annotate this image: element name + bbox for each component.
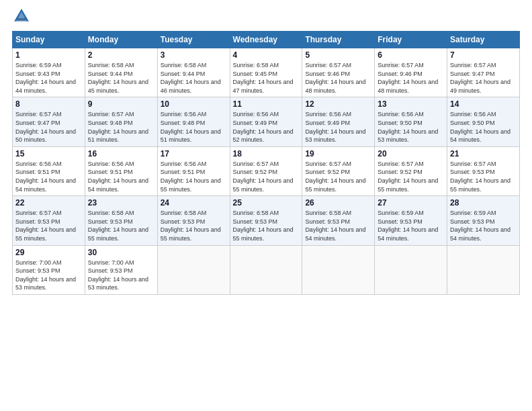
calendar-day-cell: 11 Sunrise: 6:56 AM Sunset: 9:49 PM Dayl…: [230, 97, 302, 146]
day-number: 6: [378, 50, 444, 60]
day-number: 18: [233, 149, 300, 158]
calendar-day-cell: 3 Sunrise: 6:58 AM Sunset: 9:44 PM Dayli…: [157, 48, 230, 97]
day-info: Sunrise: 6:58 AM Sunset: 9:53 PM Dayligh…: [161, 209, 227, 242]
calendar-day-cell: 22 Sunrise: 6:57 AM Sunset: 9:53 PM Dayl…: [13, 196, 85, 245]
calendar-day-cell: 23 Sunrise: 6:58 AM Sunset: 9:53 PM Dayl…: [85, 196, 157, 245]
day-number: 16: [88, 149, 154, 158]
day-number: 25: [233, 198, 300, 208]
day-number: 4: [233, 50, 300, 60]
day-info: Sunrise: 6:58 AM Sunset: 9:44 PM Dayligh…: [88, 61, 154, 95]
day-info: Sunrise: 6:57 AM Sunset: 9:53 PM Dayligh…: [15, 209, 82, 242]
day-info: Sunrise: 6:56 AM Sunset: 9:49 PM Dayligh…: [305, 110, 371, 144]
day-number: 1: [15, 50, 82, 60]
weekday-header-tuesday: Tuesday: [157, 32, 230, 48]
calendar-day-cell: 21 Sunrise: 6:57 AM Sunset: 9:53 PM Dayl…: [447, 146, 520, 195]
calendar-empty-cell: [375, 245, 447, 294]
page: SundayMondayTuesdayWednesdayThursdayFrid…: [0, 0, 532, 411]
calendar-day-cell: 19 Sunrise: 6:57 AM Sunset: 9:52 PM Dayl…: [302, 146, 375, 195]
calendar-day-cell: 27 Sunrise: 6:59 AM Sunset: 9:53 PM Dayl…: [375, 196, 447, 245]
calendar-day-cell: 18 Sunrise: 6:57 AM Sunset: 9:52 PM Dayl…: [230, 146, 302, 195]
calendar-day-cell: 12 Sunrise: 6:56 AM Sunset: 9:49 PM Dayl…: [302, 97, 375, 146]
day-info: Sunrise: 6:57 AM Sunset: 9:47 PM Dayligh…: [450, 61, 517, 95]
calendar-empty-cell: [157, 245, 230, 294]
day-number: 30: [88, 248, 154, 257]
weekday-header-monday: Monday: [85, 32, 157, 48]
calendar-day-cell: 20 Sunrise: 6:57 AM Sunset: 9:52 PM Dayl…: [375, 146, 447, 195]
calendar-week-row: 1 Sunrise: 6:59 AM Sunset: 9:43 PM Dayli…: [13, 48, 520, 97]
day-info: Sunrise: 6:57 AM Sunset: 9:52 PM Dayligh…: [305, 160, 371, 193]
day-number: 27: [378, 198, 444, 208]
day-info: Sunrise: 6:56 AM Sunset: 9:49 PM Dayligh…: [233, 110, 300, 144]
day-info: Sunrise: 6:57 AM Sunset: 9:48 PM Dayligh…: [88, 110, 154, 144]
header: [12, 7, 520, 26]
day-info: Sunrise: 7:00 AM Sunset: 9:53 PM Dayligh…: [88, 259, 154, 292]
calendar-day-cell: 1 Sunrise: 6:59 AM Sunset: 9:43 PM Dayli…: [13, 48, 85, 97]
day-number: 19: [305, 149, 371, 158]
day-number: 9: [88, 99, 154, 109]
day-number: 8: [15, 99, 82, 109]
calendar-day-cell: 6 Sunrise: 6:57 AM Sunset: 9:46 PM Dayli…: [375, 48, 447, 97]
day-number: 5: [305, 50, 371, 60]
calendar-day-cell: 24 Sunrise: 6:58 AM Sunset: 9:53 PM Dayl…: [157, 196, 230, 245]
calendar-empty-cell: [302, 245, 375, 294]
day-number: 23: [88, 198, 154, 208]
calendar-day-cell: 15 Sunrise: 6:56 AM Sunset: 9:51 PM Dayl…: [13, 146, 85, 195]
logo: [12, 7, 34, 26]
weekday-header-wednesday: Wednesday: [230, 32, 302, 48]
day-info: Sunrise: 6:58 AM Sunset: 9:53 PM Dayligh…: [88, 209, 154, 242]
calendar-day-cell: 14 Sunrise: 6:56 AM Sunset: 9:50 PM Dayl…: [447, 97, 520, 146]
svg-rect-2: [17, 18, 26, 20]
day-info: Sunrise: 6:58 AM Sunset: 9:45 PM Dayligh…: [233, 61, 300, 95]
calendar-week-row: 8 Sunrise: 6:57 AM Sunset: 9:47 PM Dayli…: [13, 97, 520, 146]
day-info: Sunrise: 6:56 AM Sunset: 9:51 PM Dayligh…: [88, 160, 154, 193]
weekday-header-sunday: Sunday: [13, 32, 85, 48]
day-number: 11: [233, 99, 300, 109]
day-info: Sunrise: 6:59 AM Sunset: 9:43 PM Dayligh…: [15, 61, 82, 95]
calendar-day-cell: 16 Sunrise: 6:56 AM Sunset: 9:51 PM Dayl…: [85, 146, 157, 195]
weekday-header-thursday: Thursday: [302, 32, 375, 48]
day-number: 21: [450, 149, 517, 158]
day-info: Sunrise: 6:57 AM Sunset: 9:47 PM Dayligh…: [15, 110, 82, 144]
day-number: 3: [161, 50, 227, 60]
day-info: Sunrise: 6:59 AM Sunset: 9:53 PM Dayligh…: [378, 209, 444, 242]
day-info: Sunrise: 6:57 AM Sunset: 9:46 PM Dayligh…: [305, 61, 371, 95]
day-info: Sunrise: 6:58 AM Sunset: 9:53 PM Dayligh…: [305, 209, 371, 242]
day-number: 10: [161, 99, 227, 109]
day-info: Sunrise: 6:58 AM Sunset: 9:44 PM Dayligh…: [161, 61, 227, 95]
calendar-empty-cell: [230, 245, 302, 294]
day-number: 13: [378, 99, 444, 109]
calendar-day-cell: 8 Sunrise: 6:57 AM Sunset: 9:47 PM Dayli…: [13, 97, 85, 146]
calendar-day-cell: 9 Sunrise: 6:57 AM Sunset: 9:48 PM Dayli…: [85, 97, 157, 146]
day-number: 2: [88, 50, 154, 60]
day-number: 24: [161, 198, 227, 208]
day-info: Sunrise: 6:57 AM Sunset: 9:53 PM Dayligh…: [450, 160, 517, 193]
day-info: Sunrise: 6:58 AM Sunset: 9:53 PM Dayligh…: [233, 209, 300, 242]
calendar-day-cell: 29 Sunrise: 7:00 AM Sunset: 9:53 PM Dayl…: [13, 245, 85, 294]
day-info: Sunrise: 6:56 AM Sunset: 9:51 PM Dayligh…: [15, 160, 82, 193]
calendar-day-cell: 7 Sunrise: 6:57 AM Sunset: 9:47 PM Dayli…: [447, 48, 520, 97]
day-number: 26: [305, 198, 371, 208]
calendar-day-cell: 2 Sunrise: 6:58 AM Sunset: 9:44 PM Dayli…: [85, 48, 157, 97]
day-number: 17: [161, 149, 227, 158]
day-number: 15: [15, 149, 82, 158]
calendar-table: SundayMondayTuesdayWednesdayThursdayFrid…: [12, 31, 520, 295]
calendar-day-cell: 25 Sunrise: 6:58 AM Sunset: 9:53 PM Dayl…: [230, 196, 302, 245]
calendar-day-cell: 17 Sunrise: 6:56 AM Sunset: 9:51 PM Dayl…: [157, 146, 230, 195]
day-number: 28: [450, 198, 517, 208]
calendar-day-cell: 30 Sunrise: 7:00 AM Sunset: 9:53 PM Dayl…: [85, 245, 157, 294]
weekday-header-saturday: Saturday: [447, 32, 520, 48]
calendar-week-row: 22 Sunrise: 6:57 AM Sunset: 9:53 PM Dayl…: [13, 196, 520, 245]
day-info: Sunrise: 6:57 AM Sunset: 9:52 PM Dayligh…: [378, 160, 444, 193]
day-number: 22: [15, 198, 82, 208]
calendar-week-row: 15 Sunrise: 6:56 AM Sunset: 9:51 PM Dayl…: [13, 146, 520, 195]
calendar-day-cell: 4 Sunrise: 6:58 AM Sunset: 9:45 PM Dayli…: [230, 48, 302, 97]
calendar-header-row: SundayMondayTuesdayWednesdayThursdayFrid…: [13, 32, 520, 48]
day-info: Sunrise: 6:57 AM Sunset: 9:52 PM Dayligh…: [233, 160, 300, 193]
calendar-week-row: 29 Sunrise: 7:00 AM Sunset: 9:53 PM Dayl…: [13, 245, 520, 294]
weekday-header-friday: Friday: [375, 32, 447, 48]
day-number: 29: [15, 248, 82, 257]
day-number: 12: [305, 99, 371, 109]
calendar-empty-cell: [447, 245, 520, 294]
day-info: Sunrise: 7:00 AM Sunset: 9:53 PM Dayligh…: [15, 259, 82, 292]
day-number: 14: [450, 99, 517, 109]
